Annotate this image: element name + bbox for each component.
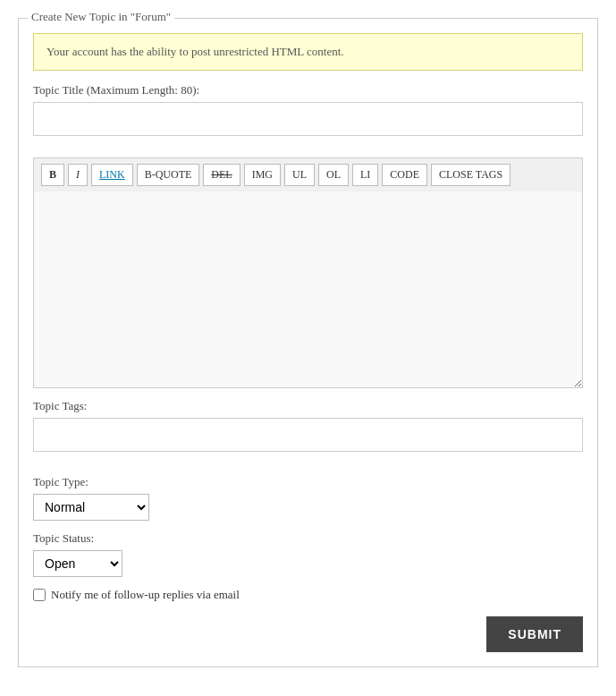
ul-button[interactable]: UL	[284, 164, 315, 186]
create-topic-form: Create New Topic in "Forum" Your account…	[18, 18, 598, 667]
content-textarea-wrapper	[33, 191, 583, 388]
notice-box: Your account has the ability to post unr…	[33, 33, 583, 71]
editor-toolbar: B I LINK B-QUOTE DEL IMG UL OL LI CODE C…	[33, 157, 583, 191]
bquote-button[interactable]: B-QUOTE	[137, 164, 200, 186]
form-legend: Create New Topic in "Forum"	[28, 10, 174, 24]
topic-status-label: Topic Status:	[33, 531, 583, 546]
topic-title-group: Topic Title (Maximum Length: 80):	[33, 83, 583, 147]
tags-group: Topic Tags:	[33, 399, 583, 464]
ol-button[interactable]: OL	[318, 164, 349, 186]
submit-row: SUBMIT	[33, 616, 583, 652]
topic-status-select[interactable]: Open Closed	[33, 550, 122, 577]
topic-title-label: Topic Title (Maximum Length: 80):	[33, 83, 583, 98]
tags-input[interactable]	[33, 418, 583, 452]
notify-label[interactable]: Notify me of follow-up replies via email	[51, 588, 240, 602]
page-wrapper: Create New Topic in "Forum" Your account…	[0, 0, 616, 696]
notify-row: Notify me of follow-up replies via email	[33, 588, 583, 602]
notify-checkbox[interactable]	[33, 589, 46, 601]
topic-title-input[interactable]	[33, 102, 583, 136]
close-tags-button[interactable]: CLOSE TAGS	[431, 164, 511, 186]
bold-button[interactable]: B	[41, 164, 64, 186]
italic-button[interactable]: I	[68, 164, 88, 186]
submit-button[interactable]: SUBMIT	[486, 616, 583, 652]
link-button[interactable]: LINK	[91, 164, 133, 186]
img-button[interactable]: IMG	[244, 164, 281, 186]
topic-type-select[interactable]: Normal Sticky Super Sticky	[33, 494, 149, 521]
tags-label: Topic Tags:	[33, 399, 583, 413]
del-button[interactable]: DEL	[203, 164, 240, 186]
topic-status-group: Topic Status: Open Closed	[33, 531, 583, 577]
code-button[interactable]: CODE	[382, 164, 427, 186]
content-textarea[interactable]	[33, 191, 583, 388]
content-editor-group: B I LINK B-QUOTE DEL IMG UL OL LI CODE C…	[33, 157, 583, 388]
topic-type-group: Topic Type: Normal Sticky Super Sticky	[33, 475, 583, 521]
topic-type-label: Topic Type:	[33, 475, 583, 489]
notice-text: Your account has the ability to post unr…	[46, 45, 344, 58]
li-button[interactable]: LI	[352, 164, 378, 186]
